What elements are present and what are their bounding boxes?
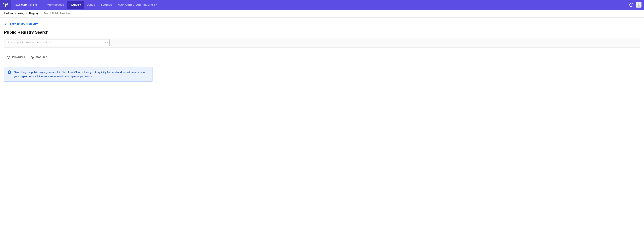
top-header: hashicorp-training Workspaces Registry U… [0, 0, 644, 10]
terraform-logo-icon [3, 2, 8, 7]
breadcrumb-sep: / [40, 12, 41, 15]
nav-settings[interactable]: Settings [98, 1, 115, 9]
content: Back to your registry Public Registry Se… [0, 18, 644, 82]
help-button[interactable] [629, 3, 633, 7]
tabs: Providers Modules [4, 53, 640, 62]
external-link-icon [154, 4, 157, 6]
svg-point-3 [638, 3, 640, 5]
nav-registry[interactable]: Registry [67, 1, 84, 9]
svg-line-6 [107, 43, 108, 43]
info-text: Searching the public registry from withi… [14, 70, 149, 78]
search-container [4, 38, 640, 48]
breadcrumb-org[interactable]: hashicorp-training [4, 12, 24, 15]
header-right [629, 2, 644, 8]
tab-label: Modules [36, 56, 47, 59]
org-name: hashicorp-training [14, 3, 37, 6]
svg-line-0 [155, 4, 156, 5]
chevron-down-icon [38, 4, 41, 6]
svg-rect-10 [32, 56, 33, 58]
breadcrumb-current: Search Public Providers [44, 12, 70, 15]
search-input-wrap [6, 39, 110, 46]
info-box: i Searching the public registry from wit… [4, 67, 152, 82]
page-title: Public Registry Search [4, 30, 640, 35]
nav-workspaces[interactable]: Workspaces [44, 1, 67, 9]
avatar-button[interactable] [636, 2, 642, 8]
info-icon: i [8, 70, 11, 74]
tab-modules[interactable]: Modules [31, 53, 47, 62]
logo-box[interactable] [0, 0, 11, 10]
modules-icon [31, 56, 34, 59]
providers-icon [7, 56, 10, 59]
back-link-label: Back to your registry [10, 22, 38, 26]
tab-providers[interactable]: Providers [7, 53, 25, 62]
breadcrumb: hashicorp-training / Registry / Search P… [0, 10, 644, 18]
svg-point-5 [106, 41, 108, 43]
back-link[interactable]: Back to your registry [4, 22, 640, 26]
breadcrumb-registry[interactable]: Registry [29, 12, 38, 15]
arrow-left-icon [4, 22, 8, 26]
help-icon [629, 3, 633, 7]
search-icon [105, 41, 108, 44]
breadcrumb-sep: / [26, 12, 27, 15]
search-input[interactable] [6, 39, 110, 46]
tab-label: Providers [12, 56, 25, 59]
avatar-icon [636, 3, 641, 7]
org-selector[interactable]: hashicorp-training [11, 3, 44, 6]
nav-usage[interactable]: Usage [84, 1, 98, 9]
nav-items: Workspaces Registry Usage Settings Hashi… [44, 0, 160, 10]
nav-hcp[interactable]: HashiCorp Cloud Platform [115, 1, 160, 9]
